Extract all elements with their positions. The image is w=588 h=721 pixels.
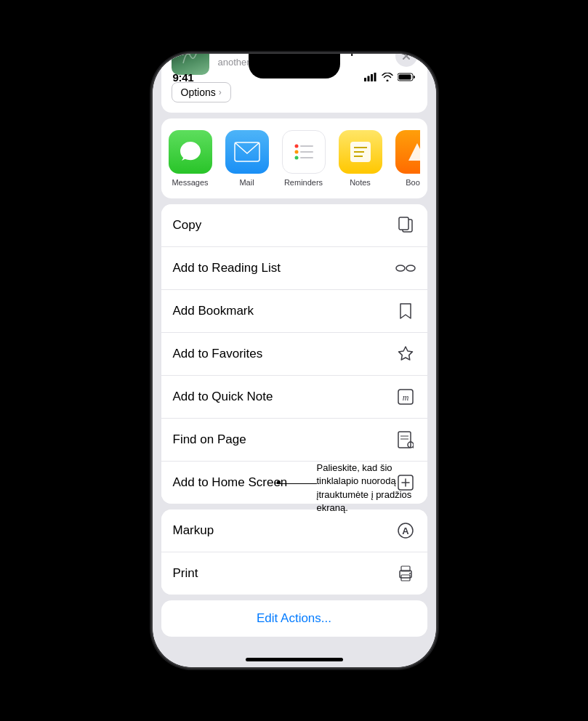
messages-icon <box>169 130 212 174</box>
quick-note-icon: m <box>395 387 416 407</box>
markup-icon: A <box>395 520 416 541</box>
print-icon <box>395 563 416 584</box>
home-indicator[interactable] <box>246 658 343 661</box>
bookmark-label: Add Bookmark <box>173 304 254 318</box>
favorites-action[interactable]: Add to Favorites <box>161 333 427 376</box>
home-screen-label: Add to Home Screen <box>173 475 288 490</box>
app-reminders[interactable]: Reminders <box>282 130 326 187</box>
quick-note-action[interactable]: Add to Quick Note m <box>161 376 427 419</box>
signal-icon <box>364 73 377 81</box>
notes-icon <box>339 130 382 174</box>
favorites-icon <box>395 344 416 364</box>
callout-dot <box>277 480 281 484</box>
svg-text:A: A <box>402 525 409 536</box>
app-mail[interactable]: Mail <box>225 130 269 187</box>
action-list-secondary: Markup A Print <box>161 509 427 595</box>
status-time: 9:41 <box>173 71 194 84</box>
edit-actions-label: Edit Actions... <box>257 611 331 625</box>
find-on-page-action[interactable]: Find on Page <box>161 419 427 462</box>
quick-note-label: Add to Quick Note <box>173 390 273 404</box>
battery-icon <box>398 73 416 81</box>
svg-point-11 <box>294 150 298 154</box>
svg-rect-25 <box>398 432 411 448</box>
reading-list-action[interactable]: Add to Reading List <box>161 247 427 290</box>
markup-label: Markup <box>173 523 214 538</box>
bottom-spacer <box>153 643 436 667</box>
wifi-icon <box>382 73 393 81</box>
svg-point-22 <box>406 265 415 271</box>
action-list-primary: Copy Add to Reading List <box>161 204 427 504</box>
svg-point-9 <box>294 145 298 148</box>
more-label: Books <box>406 178 419 187</box>
phone-screen: 9:41 <box>153 54 436 667</box>
print-label: Print <box>173 566 198 581</box>
favorites-label: Add to Favorites <box>173 347 263 361</box>
bookmark-icon <box>395 301 416 321</box>
markup-action[interactable]: Markup A <box>161 509 427 552</box>
svg-text:m: m <box>402 392 408 403</box>
callout-text: Palieskite, kad šio tinklalapio nuorodą … <box>317 462 426 515</box>
share-sheet: An independent media comp... anotheresca… <box>153 54 436 667</box>
reading-list-icon <box>395 258 416 278</box>
copy-action[interactable]: Copy <box>161 204 427 247</box>
app-messages[interactable]: Messages <box>169 130 212 187</box>
reminders-icon <box>282 130 326 174</box>
find-on-page-icon <box>395 430 416 450</box>
svg-point-13 <box>294 156 298 160</box>
callout-line <box>277 483 317 484</box>
svg-rect-20 <box>399 217 408 230</box>
reminders-label: Reminders <box>284 178 323 187</box>
notch <box>249 54 340 78</box>
status-icons <box>364 73 416 81</box>
edit-actions[interactable]: Edit Actions... <box>161 600 427 637</box>
mail-icon <box>225 130 269 174</box>
mail-label: Mail <box>239 178 254 187</box>
more-icon <box>395 130 420 174</box>
find-on-page-label: Find on Page <box>173 432 246 447</box>
svg-point-21 <box>396 265 405 271</box>
copy-label: Copy <box>173 218 202 233</box>
app-notes[interactable]: Notes <box>339 130 382 187</box>
svg-rect-2 <box>371 74 373 81</box>
svg-rect-5 <box>398 75 411 80</box>
svg-rect-0 <box>364 78 366 81</box>
bookmark-action[interactable]: Add Bookmark <box>161 290 427 333</box>
svg-rect-1 <box>367 76 369 82</box>
copy-icon <box>395 215 416 235</box>
callout-annotation: Palieskite, kad šio tinklalapio nuorodą … <box>317 462 426 515</box>
phone-frame: 9:41 <box>153 54 436 667</box>
notes-label: Notes <box>350 178 371 187</box>
app-more[interactable]: Books <box>395 130 420 187</box>
svg-point-38 <box>409 573 411 574</box>
svg-line-29 <box>413 447 414 448</box>
apps-scroll: Messages Mail <box>169 130 420 187</box>
svg-rect-3 <box>374 73 376 81</box>
reading-list-label: Add to Reading List <box>173 261 281 275</box>
print-action[interactable]: Print <box>161 552 427 595</box>
apps-row: Messages Mail <box>161 118 427 198</box>
messages-label: Messages <box>172 178 208 187</box>
